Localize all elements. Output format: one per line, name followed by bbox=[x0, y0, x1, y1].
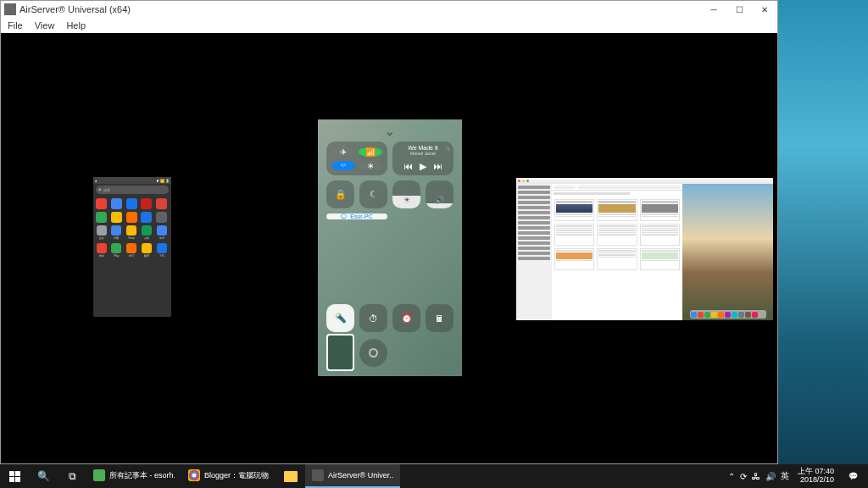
taskbar-item-chrome[interactable]: Blogger：電腦玩物... bbox=[181, 464, 276, 488]
speaker-icon: 🔊 bbox=[435, 196, 444, 204]
airplay-icon: ⎍ bbox=[446, 146, 449, 152]
app-icon: 地圖 bbox=[156, 225, 167, 241]
taskbar-clock[interactable]: 上午 07:40 2018/2/10 bbox=[798, 468, 834, 485]
tray-sync-icon[interactable]: ⟳ bbox=[740, 472, 747, 481]
card bbox=[640, 199, 680, 221]
cellular-toggle[interactable]: 📶 bbox=[359, 147, 382, 157]
system-tray: ⌃ ⟳ 🖧 🔊 英 上午 07:40 2018/2/10 💬 bbox=[728, 464, 868, 488]
taskbar-item-evernote[interactable]: 所有記事本 - esorh... bbox=[86, 464, 181, 488]
start-button[interactable] bbox=[0, 464, 29, 488]
app-icon bbox=[156, 198, 167, 209]
card bbox=[597, 224, 637, 246]
timer-button[interactable]: ⏱ bbox=[359, 304, 387, 332]
volume-slider[interactable]: 🔊 bbox=[426, 180, 453, 208]
app-icon: 下載 bbox=[156, 243, 167, 258]
menu-view[interactable]: View bbox=[35, 20, 55, 30]
screen-mirroring-tile[interactable]: 🖵 Esor-PC bbox=[326, 214, 387, 219]
flashlight-button[interactable]: 🔦 bbox=[326, 304, 354, 332]
chevron-down-icon: ⌄ bbox=[385, 125, 395, 138]
android-mirror[interactable]: ●◤ 📶 🔋 🔍 搜尋 設定 日曆 Keep 雲端 地圖 郵件 Play bbox=[93, 177, 171, 317]
play-button[interactable]: ▶ bbox=[420, 161, 426, 172]
macos-mirror[interactable] bbox=[516, 178, 773, 320]
airserver-window: AirServer® Universal (x64) ─ ☐ ✕ File Vi… bbox=[0, 0, 778, 464]
app-icon bbox=[126, 212, 137, 223]
task-view-button[interactable]: ⧉ bbox=[58, 464, 86, 488]
alarm-button[interactable]: ⏰ bbox=[392, 304, 420, 332]
mac-browser-window bbox=[516, 184, 682, 320]
network-icon[interactable]: 🖧 bbox=[752, 472, 760, 481]
clock-date: 2018/2/10 bbox=[798, 476, 834, 485]
card bbox=[597, 199, 637, 221]
ime-indicator[interactable]: 英 bbox=[781, 470, 789, 482]
screen-record-button[interactable] bbox=[359, 339, 387, 367]
app-icon: 設定 bbox=[96, 225, 107, 241]
close-button[interactable]: ✕ bbox=[752, 1, 777, 18]
app-icon bbox=[141, 212, 152, 223]
connectivity-tile: ✈ 📶 ⌔ ∗ bbox=[326, 141, 387, 175]
wifi-toggle[interactable]: ⌔ bbox=[331, 161, 355, 170]
app-switcher-thumbs bbox=[326, 334, 387, 371]
rotation-lock-toggle[interactable]: 🔒 bbox=[326, 180, 354, 208]
folder-icon bbox=[284, 471, 298, 482]
ios-mirror[interactable]: ⌄ ✈ 📶 ⌔ ∗ ⎍ We Made It Maneli Jamal ⏮ ▶ … bbox=[318, 119, 462, 376]
timer-icon: ⏱ bbox=[369, 313, 378, 324]
airplane-toggle[interactable]: ✈ bbox=[331, 147, 355, 157]
chrome-icon bbox=[188, 469, 200, 481]
taskbar-item-airserver[interactable]: AirServer® Univer... bbox=[305, 464, 400, 488]
minimize-button[interactable]: ─ bbox=[701, 1, 726, 18]
app-icon: 日曆 bbox=[111, 225, 122, 241]
music-artist: Maneli Jamal bbox=[410, 151, 435, 156]
app-icon bbox=[141, 198, 152, 209]
android-app-grid: 設定 日曆 Keep 雲端 地圖 郵件 Play 相簿 翻譯 下載 bbox=[93, 196, 171, 261]
app-icon: 郵件 bbox=[96, 243, 107, 258]
moon-icon: ☾ bbox=[370, 189, 378, 200]
action-center-button[interactable]: 💬 bbox=[843, 464, 863, 488]
calculator-icon: 🖩 bbox=[435, 313, 444, 324]
app-icon bbox=[111, 198, 122, 209]
music-title: We Made It bbox=[408, 145, 438, 151]
menu-file[interactable]: File bbox=[8, 20, 23, 30]
mirror-viewport: ●◤ 📶 🔋 🔍 搜尋 設定 日曆 Keep 雲端 地圖 郵件 Play bbox=[1, 33, 777, 463]
music-tile[interactable]: ⎍ We Made It Maneli Jamal ⏮ ▶ ⏭ bbox=[392, 141, 453, 175]
tray-chevron-icon[interactable]: ⌃ bbox=[728, 472, 735, 481]
windows-taskbar: 🔍 ⧉ 所有記事本 - esorh... Blogger：電腦玩物... Air… bbox=[0, 464, 868, 488]
next-track-button[interactable]: ⏭ bbox=[433, 161, 442, 172]
app-icon bbox=[96, 198, 107, 209]
alarm-icon: ⏰ bbox=[401, 313, 413, 324]
app-icon: Play bbox=[111, 243, 122, 258]
app-icon bbox=[4, 3, 16, 15]
airserver-icon bbox=[312, 469, 324, 481]
taskbar-item-explorer[interactable] bbox=[276, 464, 305, 488]
app-icon: 相簿 bbox=[126, 243, 137, 258]
mac-dock bbox=[690, 310, 766, 319]
search-button[interactable]: 🔍 bbox=[29, 464, 58, 488]
app-icon: 翻譯 bbox=[141, 243, 152, 258]
volume-icon[interactable]: 🔊 bbox=[765, 472, 776, 481]
do-not-disturb-toggle[interactable]: ☾ bbox=[359, 180, 387, 208]
app-thumbnail[interactable] bbox=[326, 334, 354, 371]
app-icon bbox=[156, 212, 167, 223]
titlebar[interactable]: AirServer® Universal (x64) ─ ☐ ✕ bbox=[1, 1, 777, 18]
calculator-button[interactable]: 🖩 bbox=[426, 304, 453, 332]
app-icon: Keep bbox=[126, 225, 137, 241]
bluetooth-toggle[interactable]: ∗ bbox=[359, 161, 382, 170]
menu-help[interactable]: Help bbox=[66, 20, 86, 30]
card bbox=[640, 248, 680, 270]
brightness-slider[interactable]: ☀ bbox=[392, 180, 420, 208]
menubar: File View Help bbox=[1, 18, 777, 33]
mac-menubar bbox=[516, 178, 773, 184]
prev-track-button[interactable]: ⏮ bbox=[403, 161, 413, 172]
android-search: 🔍 搜尋 bbox=[96, 186, 169, 194]
flashlight-icon: 🔦 bbox=[335, 313, 347, 324]
windows-icon bbox=[9, 471, 20, 482]
app-icon bbox=[111, 212, 122, 223]
mac-toolbar bbox=[552, 184, 682, 191]
app-icon bbox=[96, 212, 107, 223]
maximize-button[interactable]: ☐ bbox=[726, 1, 752, 18]
record-icon bbox=[369, 348, 378, 358]
mac-card-grid bbox=[552, 197, 682, 273]
evernote-icon bbox=[93, 469, 105, 481]
app-icon: 雲端 bbox=[141, 225, 152, 241]
window-title: AirServer® Universal (x64) bbox=[19, 4, 701, 14]
card bbox=[554, 248, 594, 270]
